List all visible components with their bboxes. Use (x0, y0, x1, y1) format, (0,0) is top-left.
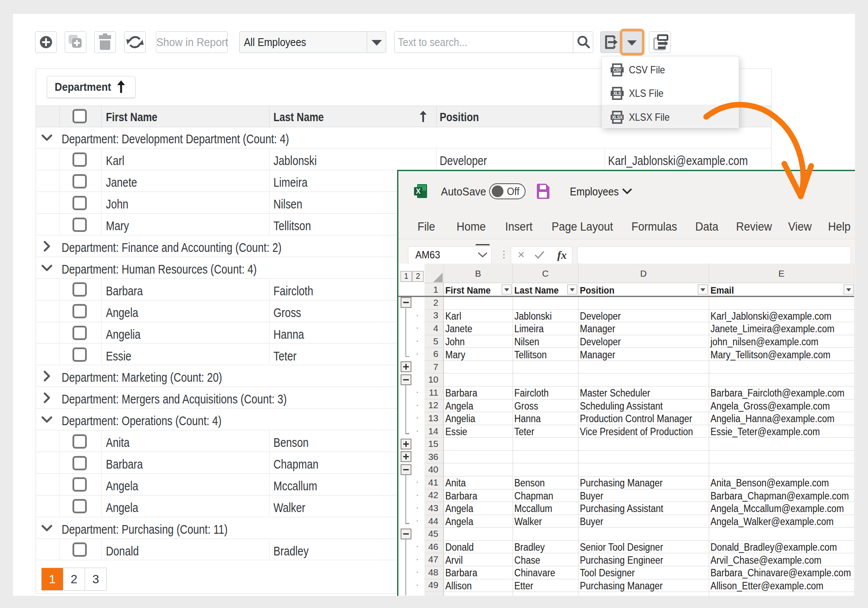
svg-text:X: X (416, 188, 421, 195)
svg-text:XLS: XLS (613, 91, 621, 96)
svg-text:CSV: CSV (613, 68, 621, 73)
svg-text:XLSX: XLSX (612, 115, 623, 120)
